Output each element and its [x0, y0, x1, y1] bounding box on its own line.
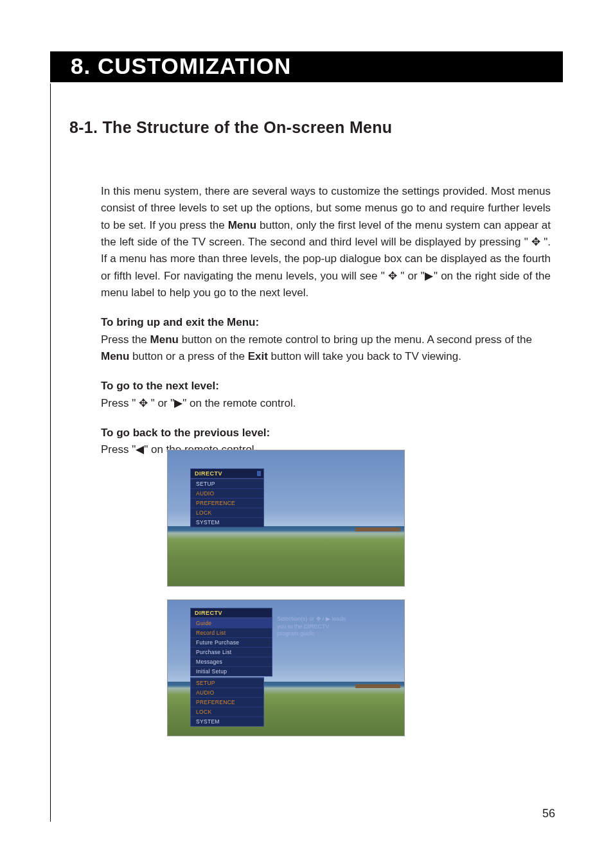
fig2b-item-lock: LOCK — [191, 707, 263, 716]
figure-1-horizon-detail — [355, 527, 400, 531]
figure-2-horizon-detail — [355, 684, 400, 688]
fig2b-item-setup: SETUP — [191, 678, 263, 687]
fig2b-item-preference: PREFERENCE — [191, 697, 263, 707]
s1-exit: Exit — [248, 350, 268, 362]
instr-next-level: Press " ✥ " or "▶" on the remote control… — [101, 395, 551, 412]
fig2b-item-system: SYSTEM — [191, 716, 263, 726]
left-margin-rule — [50, 84, 51, 822]
fig2-header-text: DIRECTV — [195, 610, 222, 616]
subhead-next-level: To go to the next level: — [101, 378, 551, 394]
chevron-right-icon — [257, 471, 261, 476]
body-text: In this menu system, there are several w… — [101, 183, 551, 468]
fig1-item-setup: SETUP — [191, 479, 263, 488]
fig2-item-guide: Guide — [191, 618, 272, 628]
fig1-item-audio: AUDIO — [191, 488, 263, 498]
s1-menu1: Menu — [150, 333, 179, 346]
menu-bold: Menu — [228, 219, 256, 231]
chapter-title: 8. CUSTOMIZATION — [71, 53, 291, 79]
figure-2: DIRECTV Guide Record List Future Purchas… — [167, 599, 405, 736]
fig1-item-lock: LOCK — [191, 508, 263, 517]
page: 8. CUSTOMIZATION 8-1. The Structure of t… — [0, 0, 613, 868]
fig2-item-purchase-list: Purchase List — [191, 647, 272, 657]
figure-2-bottom-panel: SETUP AUDIO PREFERENCE LOCK SYSTEM — [190, 677, 264, 727]
intro-paragraph: In this menu system, there are several w… — [101, 183, 551, 301]
fig2-item-future-purchase: Future Purchase — [191, 637, 272, 647]
fig1-item-preference: PREFERENCE — [191, 498, 263, 508]
subhead-prev-level: To go back to the previous level: — [101, 425, 551, 441]
instr-bring-up-exit: Press the Menu button on the remote cont… — [101, 332, 551, 366]
fig2-info-l1: Selection(s) or ✥ / ▶ leads — [277, 616, 348, 623]
figure-2-top-header: DIRECTV — [191, 608, 272, 618]
fig2-info-l2: you to the DIRECTV — [277, 623, 348, 631]
figures: DIRECTV SETUP AUDIO PREFERENCE LOCK SYST… — [167, 450, 405, 749]
fig2-item-record-list: Record List — [191, 628, 272, 637]
fig2-info-l3: program guide. — [277, 630, 348, 638]
subhead-bring-up-exit: To bring up and exit the Menu: — [101, 314, 551, 331]
fig1-header-text: DIRECTV — [195, 470, 222, 477]
s1b: button on the remote control to bring up… — [179, 333, 532, 346]
s1c: button or a press of the — [129, 350, 247, 362]
fig1-item-system: SYSTEM — [191, 517, 263, 527]
s1-menu2: Menu — [101, 350, 129, 362]
s1a: Press the — [101, 333, 150, 346]
figure-2-info-panel: Selection(s) or ✥ / ▶ leads you to the D… — [277, 616, 348, 638]
figure-1-menu-header: DIRECTV — [191, 469, 263, 479]
fig2-item-messages: Messages — [191, 657, 272, 666]
fig2b-item-audio: AUDIO — [191, 687, 263, 697]
chapter-bar: 8. CUSTOMIZATION — [50, 51, 563, 82]
section-heading: 8-1. The Structure of the On-screen Menu — [69, 118, 392, 137]
s1d: button will take you back to TV viewing. — [268, 350, 461, 362]
figure-2-top-panel: DIRECTV Guide Record List Future Purchas… — [190, 608, 272, 677]
figure-1-menu-panel: DIRECTV SETUP AUDIO PREFERENCE LOCK SYST… — [190, 468, 264, 527]
figure-1: DIRECTV SETUP AUDIO PREFERENCE LOCK SYST… — [167, 450, 405, 587]
page-number: 56 — [542, 807, 555, 820]
fig2-item-initial-setup: Initial Setup — [191, 666, 272, 676]
